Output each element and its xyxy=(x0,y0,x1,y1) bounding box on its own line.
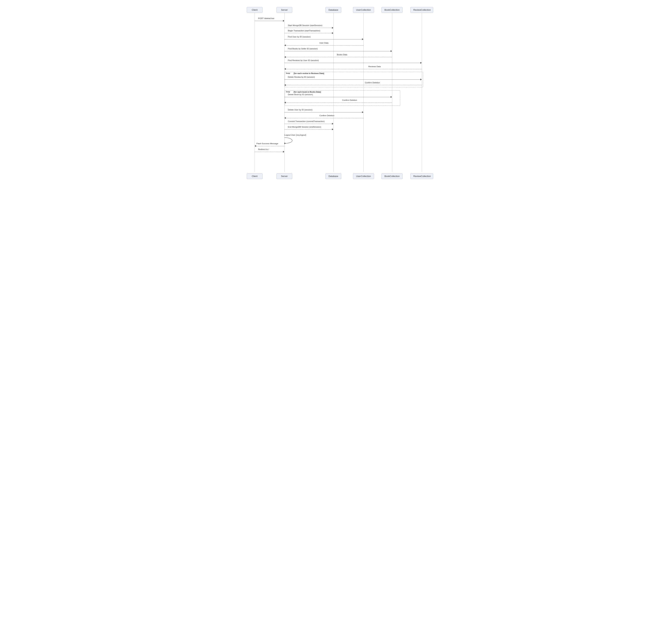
participant-server-bottom: Server xyxy=(277,173,292,179)
message-label: Delete Review by ID (session) xyxy=(288,76,315,78)
participant-bookcollection-top: BookCollection xyxy=(382,7,403,13)
participant-client-top: Client xyxy=(247,7,263,13)
message-reviews-data: Reviews Data xyxy=(284,68,422,70)
message-label: Books Data xyxy=(337,53,347,56)
participant-server-top: Server xyxy=(277,7,292,13)
message-label: POST /deleteUser xyxy=(258,17,274,19)
participant-label: ReviewCollection xyxy=(413,8,431,11)
message-flash-success: Flash Success Message xyxy=(255,145,284,147)
message-label: Find Reviews by User ID (session) xyxy=(288,59,319,62)
message-label: Redirect to / xyxy=(258,148,269,150)
participant-label: BookCollection xyxy=(384,175,400,178)
fragment-loop-label: loop xyxy=(285,91,291,93)
participant-label: Database xyxy=(329,8,338,11)
participant-label: Client xyxy=(251,175,258,178)
participant-database-bottom: Database xyxy=(326,173,341,179)
message-delete-review: Delete Review by ID (session) xyxy=(284,78,422,80)
message-label: Begin Transaction (startTransaction) xyxy=(288,29,320,32)
participant-reviewcollection-bottom: ReviewCollection xyxy=(410,173,433,179)
message-books-data: Books Data xyxy=(284,56,392,58)
participant-reviewcollection-top: ReviewCollection xyxy=(410,7,433,13)
message-find-user: Find User by ID (session) xyxy=(284,38,363,40)
message-logout-user: Logout User (req.logout) xyxy=(284,134,306,145)
participant-label: BookCollection xyxy=(384,8,400,11)
participant-bookcollection-bottom: BookCollection xyxy=(382,173,403,179)
message-label: Reviews Data xyxy=(368,66,381,68)
participant-label: Server xyxy=(281,175,288,178)
message-find-books: Find Books by Seller ID (session) xyxy=(284,50,392,52)
message-end-session: End MongoDB Session (endSession) xyxy=(284,128,333,131)
message-label: Confirm Deletion xyxy=(342,99,357,101)
message-commit-transaction: Commit Transaction (commitTransaction) xyxy=(284,123,333,125)
participant-usercollection-top: UserCollection xyxy=(353,7,374,13)
message-label: Delete User by ID (session) xyxy=(288,109,313,111)
participant-database-top: Database xyxy=(326,7,341,13)
participant-client-bottom: Client xyxy=(247,173,263,179)
message-label: Logout User (req.logout) xyxy=(284,134,306,136)
participant-label: Database xyxy=(329,175,338,178)
fragment-loop-label: loop xyxy=(285,72,291,74)
message-label: End MongoDB Session (endSession) xyxy=(288,126,321,128)
lifeline-client xyxy=(255,13,255,172)
message-label: Confirm Deletion xyxy=(365,81,380,84)
message-label: Confirm Deletion xyxy=(319,115,334,117)
message-redirect: Redirect to / xyxy=(255,151,284,153)
message-delete-user: Delete User by ID (session) xyxy=(284,111,363,113)
fragment-loop-condition: [for each book in Books Data] xyxy=(294,91,321,93)
participant-label: UserCollection xyxy=(356,175,371,178)
message-user-data: User Data xyxy=(284,44,363,46)
message-delete-book: Delete Book by ID (session) xyxy=(284,96,392,98)
fragment-loop-condition: [for each review in Reviews Data] xyxy=(294,72,324,74)
message-label: Start MongoDB Session (startSession) xyxy=(288,24,322,26)
message-post-deleteuser: POST /deleteUser xyxy=(255,20,284,22)
participant-label: Client xyxy=(251,8,258,11)
lifeline-server xyxy=(284,13,285,172)
message-label: Find User by ID (session) xyxy=(288,36,311,38)
participant-label: UserCollection xyxy=(356,8,371,11)
message-begin-transaction: Begin Transaction (startTransaction) xyxy=(284,32,333,34)
participant-label: ReviewCollection xyxy=(413,175,431,178)
message-confirm-deletion-review: Confirm Deletion xyxy=(284,84,422,86)
message-label: Delete Book by ID (session) xyxy=(288,93,313,96)
message-find-reviews: Find Reviews by User ID (session) xyxy=(284,62,422,64)
message-confirm-deletion-book: Confirm Deletion xyxy=(284,101,392,103)
participant-usercollection-bottom: UserCollection xyxy=(353,173,374,179)
message-confirm-deletion-user: Confirm Deletion xyxy=(284,117,363,119)
message-label: Find Books by Seller ID (session) xyxy=(288,48,318,50)
diagram-container: Client Server Database UserCollection Bo… xyxy=(238,3,434,187)
participant-label: Server xyxy=(281,8,288,11)
svg-marker-0 xyxy=(284,142,286,144)
message-label: Flash Success Message xyxy=(256,142,278,145)
message-start-session: Start MongoDB Session (startSession) xyxy=(284,27,333,29)
message-label: User Data xyxy=(319,42,329,44)
message-label: Commit Transaction (commitTransaction) xyxy=(288,120,325,122)
